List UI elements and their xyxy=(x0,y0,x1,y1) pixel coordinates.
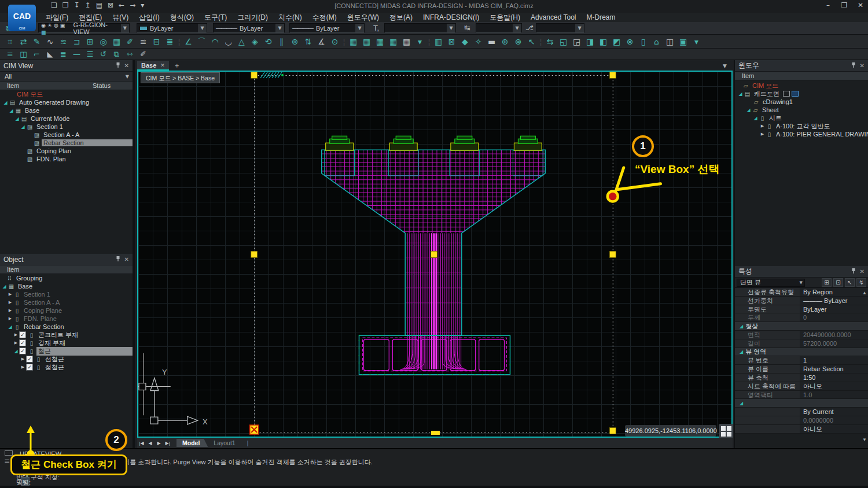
maximize-icon[interactable] xyxy=(792,91,799,97)
tool-icon-19[interactable]: △ xyxy=(235,35,248,48)
tool-icon-1[interactable]: ≡ xyxy=(3,49,17,60)
tree-item-section-1[interactable]: ▶▯Section 1 xyxy=(0,290,133,298)
tree-item-base[interactable]: ◢▦Base xyxy=(0,282,133,290)
pin-icon[interactable] xyxy=(851,62,856,69)
tool-icon-9[interactable]: ⧉ xyxy=(110,49,123,60)
pin-icon[interactable] xyxy=(116,256,120,263)
tool-icon-5[interactable]: ≋ xyxy=(57,35,70,48)
collapse-icon[interactable]: ◢ xyxy=(2,100,9,105)
tree-item-cad-drawing[interactable]: ◢▤캐드도면 xyxy=(735,90,868,98)
tool-icon-41[interactable]: ⊛ xyxy=(512,35,525,48)
chevron-down-icon[interactable]: ▼ xyxy=(513,24,521,32)
scroll-down-icon[interactable]: ▼ xyxy=(862,437,867,442)
tab-layout1[interactable]: Layout1 xyxy=(208,439,241,447)
tool-icon-17[interactable]: ◠ xyxy=(208,35,222,48)
property-row[interactable]: 면적204490000.0000 xyxy=(735,331,868,339)
visibility-checkbox[interactable]: ✓ xyxy=(26,364,33,371)
menu-mdream[interactable]: M-Dream xyxy=(582,13,621,22)
new-tab-button[interactable]: ＋ xyxy=(169,61,185,71)
tool-icon-28[interactable]: ▦ xyxy=(347,35,360,48)
menu-advancedtool[interactable]: Advanced Tool xyxy=(525,13,582,22)
tool-icon-45[interactable]: ◱ xyxy=(557,35,570,48)
tool-icon-20[interactable]: ◈ xyxy=(248,35,262,48)
tool-icon-6[interactable]: — xyxy=(70,49,83,60)
tool-icon-4[interactable]: ◣ xyxy=(43,49,57,60)
tool-icon-47[interactable]: ◨ xyxy=(583,35,597,48)
menu-n[interactable]: 치수(N) xyxy=(273,13,307,22)
tree-item-coping-plan[interactable]: ▨Coping Plan xyxy=(0,147,133,155)
tool-icon-52[interactable]: ⌂ xyxy=(650,35,663,48)
tool-icon-36[interactable]: ⊠ xyxy=(445,35,458,48)
layer-color-icon[interactable]: ■ xyxy=(41,29,46,35)
object-type-combo[interactable]: 단면 뷰 ▼ xyxy=(737,279,805,287)
tool-icon-35[interactable]: ▥ xyxy=(432,35,445,48)
chevron-down-icon[interactable]: ▼ xyxy=(275,24,284,32)
tool-icon-7[interactable]: ⊞ xyxy=(83,35,97,48)
tool-icon-12[interactable]: ⊟ xyxy=(150,35,163,48)
pick-object-icon[interactable]: ↖ xyxy=(845,278,855,287)
save-as-icon[interactable]: ↥ xyxy=(85,1,91,9)
text-style-icon[interactable]: T, xyxy=(373,24,379,32)
chevron-down-icon[interactable]: ▼ xyxy=(355,24,364,32)
tool-icon-22[interactable]: ∥ xyxy=(275,35,288,48)
tool-icon-18[interactable]: ◡ xyxy=(222,35,235,48)
tool-icon-53[interactable]: ◫ xyxy=(663,35,676,48)
cascade-icon[interactable] xyxy=(783,91,790,97)
collapse-icon[interactable]: ◢ xyxy=(737,91,744,97)
tool-icon-10[interactable]: ✐ xyxy=(123,35,137,48)
tool-icon-42[interactable]: ↖ xyxy=(525,35,538,48)
menu-t[interactable]: 도구(T) xyxy=(199,13,232,22)
add-select-icon[interactable]: ⊡ xyxy=(833,278,843,287)
tree-item-rebar-section[interactable]: ◢▯Rebar Section xyxy=(0,323,133,331)
tree-item-current-mode[interactable]: ◢▤Current Mode xyxy=(0,114,133,123)
tool-icon-38[interactable]: ✧ xyxy=(472,35,485,48)
layer-combo[interactable]: ◉☀◍▣■ G-REGION-VIEW ▼ xyxy=(38,23,130,33)
tool-icon-4[interactable]: ∿ xyxy=(43,35,57,48)
more-icon[interactable]: ▾ xyxy=(141,1,144,9)
tool-icon-7[interactable]: ☰ xyxy=(83,49,97,60)
tool-icon-21[interactable]: ⟲ xyxy=(262,35,275,48)
tree-item-fdn-plan[interactable]: ▨FDN. Plan xyxy=(0,155,133,163)
collapse-icon[interactable]: ◢ xyxy=(7,324,13,330)
menu-i[interactable]: 삽입(I) xyxy=(134,13,164,22)
tool-icon-32[interactable]: ▦ xyxy=(400,35,413,48)
export-icon[interactable]: ⊠ xyxy=(108,1,113,9)
tool-icon-2[interactable]: ◫ xyxy=(17,49,30,60)
tree-item-auto-generated-drawing[interactable]: ◢▤Auto Generated Drawing xyxy=(0,98,133,106)
collapse-icon[interactable]: ◢ xyxy=(745,108,752,113)
close-icon[interactable]: ✕ xyxy=(860,268,865,275)
tool-icon-50[interactable]: ⊗ xyxy=(623,35,637,48)
command-history-icon[interactable] xyxy=(5,450,13,456)
tool-icon-11[interactable]: ✐ xyxy=(137,49,150,60)
redo-icon[interactable]: → xyxy=(130,1,135,9)
tree-item-steel-member[interactable]: ▶✓▯강재 부재 xyxy=(0,339,133,347)
tool-icon-6[interactable]: ⊐ xyxy=(70,35,83,48)
tree-item-a100-pier-general-kr[interactable]: ▶▯A-100: 교각 일반도 xyxy=(735,122,868,130)
tree-item-line-rebar[interactable]: ▶✓▯선철근 xyxy=(0,355,133,363)
tool-icon-26[interactable]: ⊙ xyxy=(328,35,341,48)
tab-list-icon[interactable]: ▼ xyxy=(723,63,727,69)
tree-item-coping-plane[interactable]: ▶▯Coping Plane xyxy=(0,306,133,315)
close-icon[interactable]: ✕ xyxy=(124,256,129,263)
collapse-icon[interactable]: ◢ xyxy=(13,349,19,354)
property-row[interactable]: 시트 축척에 따름아니오 xyxy=(735,382,868,391)
expand-icon[interactable]: ▶ xyxy=(7,292,13,297)
collapse-icon[interactable]: ◢ xyxy=(14,116,20,121)
tool-icon-31[interactable]: ▦ xyxy=(387,35,400,48)
last-tab-icon[interactable]: ▶| xyxy=(163,441,172,446)
menu-h[interactable]: 도움말(H) xyxy=(484,13,525,22)
chevron-down-icon[interactable]: ▼ xyxy=(121,24,129,32)
tree-item-rebar[interactable]: ◢✓▯철근 xyxy=(0,347,133,355)
cim-view-filter[interactable]: All ▼ xyxy=(0,72,133,82)
expand-icon[interactable]: ▶ xyxy=(7,300,13,305)
tool-icon-2[interactable]: ⇄ xyxy=(17,35,30,48)
sun-icon[interactable]: ☀ xyxy=(47,23,52,28)
minimize-button[interactable]: – xyxy=(824,1,832,9)
tool-icon-3[interactable]: ✎ xyxy=(30,35,43,48)
collapse-icon[interactable]: ◢ xyxy=(8,108,14,113)
tool-icon-49[interactable]: ◩ xyxy=(610,35,623,48)
menu-m[interactable]: 수정(M) xyxy=(307,13,342,22)
menu-infradesigni[interactable]: INFRA-DESIGN(I) xyxy=(418,13,484,22)
tree-item-section-a-a[interactable]: ▨Section A - A xyxy=(0,131,133,139)
tree-item-sheet-kr[interactable]: ◢▯시트 xyxy=(735,114,868,122)
